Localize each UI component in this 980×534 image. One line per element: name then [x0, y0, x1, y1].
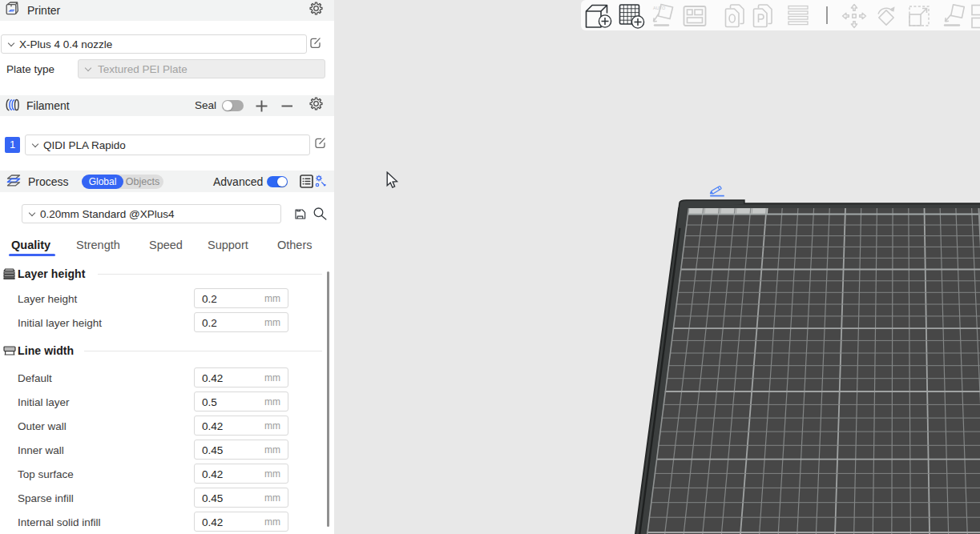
svg-text:AUTO: AUTO: [653, 6, 666, 10]
